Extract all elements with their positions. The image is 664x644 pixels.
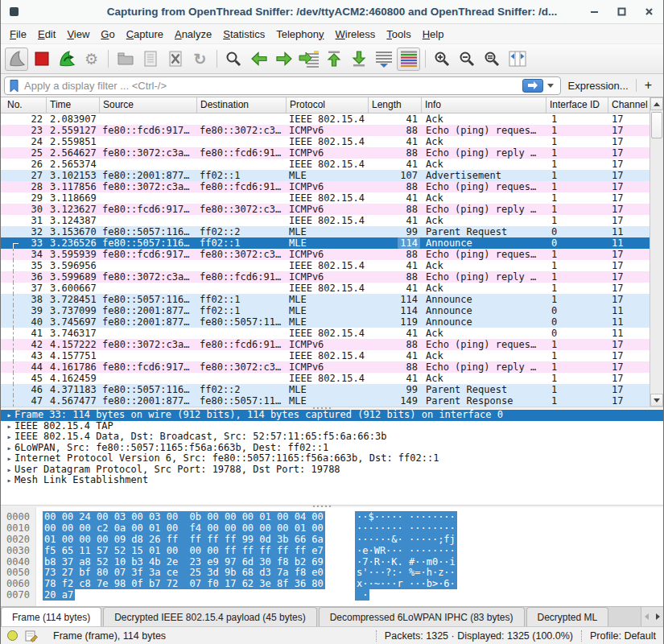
menu-item-tools[interactable]: Tools	[381, 26, 416, 43]
menu-item-go[interactable]: Go	[95, 26, 120, 43]
go-to-packet-icon[interactable]	[297, 47, 320, 71]
packet-row-24[interactable]: 242.559851IEEE 802.15.441Ack117	[1, 136, 651, 147]
hex-ascii[interactable]: ·7·R··K. #··m0··i	[355, 557, 457, 568]
packet-row-34[interactable]: 343.595939fe80::fcd6:917…fe80::3072:c3…I…	[1, 249, 651, 260]
tab-scroll-right-icon[interactable]	[656, 613, 660, 620]
zoom-out-icon[interactable]	[456, 47, 479, 71]
hex-bytes[interactable]: f5 65 11 57 52 15 01 00 00 00 ff ff ff f…	[43, 546, 325, 557]
detail-line[interactable]: ▸User Datagram Protocol, Src Port: 19788…	[1, 464, 663, 476]
display-filter-input[interactable]: Apply a display filter ... <Ctrl-/>	[4, 76, 561, 95]
hex-ascii[interactable]: ········ ········	[355, 523, 457, 535]
menu-item-view[interactable]: View	[61, 26, 95, 43]
maximize-button[interactable]	[617, 7, 626, 17]
minimize-button[interactable]	[589, 7, 599, 17]
byte-tab[interactable]: Frame (114 bytes)	[1, 607, 101, 626]
menu-item-edit[interactable]: Edit	[32, 26, 61, 43]
go-top-icon[interactable]	[322, 47, 345, 71]
packet-row-29[interactable]: 293.118669IEEE 802.15.441Ack117	[1, 192, 651, 204]
hex-line[interactable]: 007020 a7 ·	[1, 590, 663, 601]
capture-comment-icon[interactable]	[25, 630, 38, 642]
expand-arrow-icon[interactable]: ▸	[4, 421, 14, 432]
expand-arrow-icon[interactable]: ▸	[4, 453, 14, 464]
expression-button[interactable]: Expression...	[568, 80, 629, 92]
hex-bytes[interactable]: 73 27 bf 80 07 3f 3a ce 25 3d 9b 68 d3 7…	[43, 568, 325, 579]
expand-arrow-icon[interactable]: ▸	[4, 443, 14, 454]
packet-row-32[interactable]: 323.153670fe80::5057:116…ff02::2MLE99Par…	[1, 226, 651, 237]
hex-bytes-selected[interactable]: 20 a7	[43, 589, 75, 601]
detail-line[interactable]: ▸Mesh Link Establishment	[1, 475, 663, 486]
hex-ascii-selected[interactable]: ··$····· ········	[355, 511, 457, 522]
hex-line[interactable]: 0040b8 37 a8 52 10 b3 4b 2e 23 e9 97 6d …	[1, 557, 663, 568]
go-forward-icon[interactable]	[272, 47, 295, 71]
hex-line[interactable]: 005073 27 bf 80 07 3f 3a ce 25 3d 9b 68 …	[1, 568, 663, 579]
packet-row-30[interactable]: 303.123627fe80::fcd6:917…fe80::3072:c3…I…	[1, 204, 651, 215]
hex-line[interactable]: 001000 00 00 c2 0a 00 01 00 f4 00 00 00 …	[1, 523, 663, 535]
expand-arrow-icon[interactable]: ▸	[4, 410, 14, 421]
packet-row-31[interactable]: 313.124387IEEE 802.15.441Ack117	[1, 215, 651, 226]
hex-bytes[interactable]: 20 a7	[43, 590, 75, 601]
hex-bytes-selected[interactable]: 00 00 00 c2 0a 00 01 00 f4 00 00 00 00 0…	[43, 522, 325, 534]
packet-row-41[interactable]: 413.746317IEEE 802.15.441Ack011	[1, 328, 651, 339]
detail-line[interactable]: ▸Frame 33: 114 bytes on wire (912 bits),…	[1, 410, 663, 421]
hex-bytes-selected[interactable]: 00 00 24 00 03 00 03 00 0b 00 00 00 01 0…	[43, 511, 325, 522]
hex-ascii-selected[interactable]: ·	[355, 589, 369, 601]
resize-columns-icon[interactable]	[505, 47, 529, 71]
restart-capture-icon[interactable]	[55, 47, 78, 71]
packet-row-23[interactable]: 232.559127fe80::fcd6:917…fe80::3072:c3…I…	[1, 125, 651, 136]
menu-item-statistics[interactable]: Statistics	[217, 26, 270, 43]
filter-history-caret-icon[interactable]	[547, 84, 554, 88]
detail-line[interactable]: ▸6LoWPAN, Src: fe80::5057:1165:f56a:663b…	[1, 443, 663, 454]
hex-ascii-selected[interactable]: x··~···r ···b>·6·	[355, 578, 457, 589]
column-header-destination[interactable]: Destination	[197, 97, 287, 113]
packet-row-46[interactable]: 464.371183fe80::5057:116…ff02::2MLE99Par…	[1, 384, 651, 395]
detail-line[interactable]: ▸Internet Protocol Version 6, Src: fe80:…	[1, 453, 663, 464]
packet-row-42[interactable]: 424.157222fe80::3072:c3a…fe80::fcd6:91…I…	[1, 339, 651, 350]
column-header-interface_id[interactable]: Interface ID	[546, 97, 608, 113]
packet-list-scrollbar[interactable]	[650, 97, 663, 407]
hex-bytes[interactable]: 01 00 00 00 09 d8 26 ff ff ff ff 99 0d 3…	[43, 535, 325, 546]
zoom-reset-icon[interactable]	[480, 47, 504, 71]
packet-row-26[interactable]: 262.565374IEEE 802.15.441Ack117	[1, 159, 651, 170]
scroll-up-icon[interactable]	[650, 97, 663, 110]
hex-ascii-selected[interactable]: ·7·R··K. #··m0··i	[355, 556, 457, 568]
status-profile[interactable]: Profile: Default	[590, 630, 656, 642]
packet-row-36[interactable]: 363.599689fe80::3072:c3a…fe80::fcd6:91…I…	[1, 271, 651, 283]
expert-info-icon[interactable]	[7, 630, 18, 641]
packet-row-40[interactable]: 403.745697fe80::2001:877…fe80::5057:11…M…	[1, 316, 651, 328]
capture-options-icon[interactable]: ⚙	[80, 47, 103, 71]
packet-row-35[interactable]: 353.596956IEEE 802.15.441Ack117	[1, 260, 651, 271]
hex-bytes[interactable]: 00 00 24 00 03 00 03 00 0b 00 00 00 01 0…	[43, 512, 325, 523]
go-bottom-icon[interactable]	[347, 47, 370, 71]
hex-ascii-selected[interactable]: s'···?:· %=·h·z··	[355, 567, 457, 578]
hex-ascii[interactable]: ······&· ·····;fj	[355, 535, 457, 546]
packet-row-45[interactable]: 454.162459IEEE 802.15.441Ack117	[1, 373, 651, 384]
hex-bytes-selected[interactable]: 01 00 00 00 09 d8 26 ff ff ff ff 99 0d 3…	[43, 534, 325, 545]
packet-row-27[interactable]: 273.102153fe80::2001:877…ff02::1MLE107Ad…	[1, 170, 651, 181]
column-header-info[interactable]: Info	[422, 97, 546, 113]
hex-ascii-selected[interactable]: ······&· ·····;fj	[355, 534, 457, 545]
hex-ascii-selected[interactable]: ·e·WR··· ········	[355, 545, 457, 556]
hex-ascii[interactable]: s'···?:· %=·h·z··	[355, 568, 457, 579]
packet-row-39[interactable]: 393.737099fe80::2001:877…ff02::1MLE114An…	[1, 305, 651, 316]
packet-row-38[interactable]: 383.728451fe80::5057:116…ff02::1MLE114An…	[1, 294, 651, 305]
hex-bytes-selected[interactable]: b8 37 a8 52 10 b3 4b 2e 23 e9 97 6d 30 f…	[43, 556, 325, 568]
packet-row-33[interactable]: 333.236526fe80::5057:116…ff02::1MLE114An…	[1, 237, 651, 249]
hex-line[interactable]: 0030f5 65 11 57 52 15 01 00 00 00 ff ff …	[1, 546, 663, 557]
expand-arrow-icon[interactable]: ▸	[4, 464, 14, 476]
menu-item-file[interactable]: File	[4, 26, 32, 43]
hex-bytes[interactable]: 78 f2 c8 7e 98 0f b7 72 07 f0 17 62 3e 8…	[43, 579, 325, 590]
tab-scroll-left-icon[interactable]	[645, 613, 649, 620]
zoom-in-icon[interactable]	[431, 47, 454, 71]
auto-scroll-icon[interactable]	[372, 47, 395, 71]
hex-bytes-selected[interactable]: 78 f2 c8 7e 98 0f b7 72 07 f0 17 62 3e 8…	[43, 578, 325, 589]
column-header-channel[interactable]: Channel	[608, 97, 651, 113]
menu-item-wireless[interactable]: Wireless	[330, 26, 381, 43]
hex-ascii[interactable]: x··~···r ···b>·6·	[355, 579, 457, 590]
column-header-no[interactable]: No.	[1, 97, 47, 113]
colorize-icon[interactable]	[397, 47, 420, 71]
menu-item-analyze[interactable]: Analyze	[169, 26, 217, 43]
hex-ascii[interactable]: ··$····· ········	[355, 512, 457, 523]
stop-capture-icon[interactable]	[30, 47, 53, 71]
hex-ascii[interactable]: ·	[355, 590, 369, 601]
start-capture-icon[interactable]	[5, 47, 28, 71]
